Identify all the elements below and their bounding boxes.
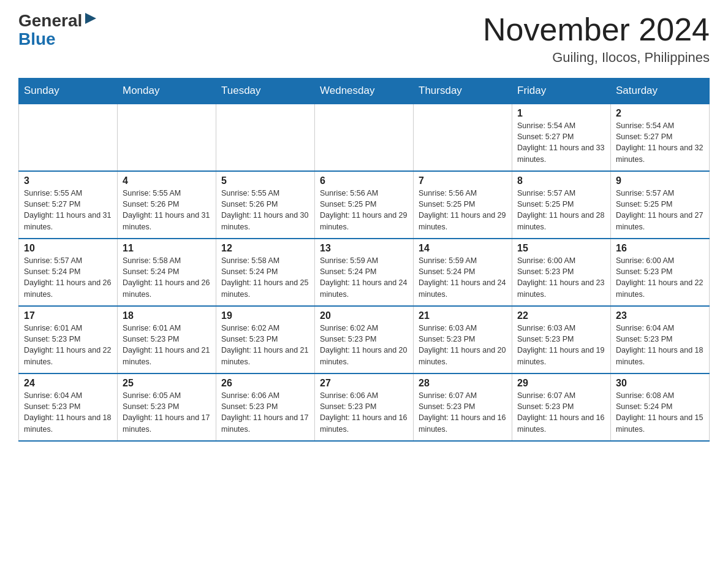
day-number: 7 <box>419 175 507 186</box>
day-info: Sunrise: 6:00 AMSunset: 5:23 PMDaylight:… <box>517 255 605 300</box>
table-row: 20Sunrise: 6:02 AMSunset: 5:23 PMDayligh… <box>315 306 414 373</box>
day-info: Sunrise: 6:04 AMSunset: 5:23 PMDaylight:… <box>616 323 704 367</box>
table-row: 14Sunrise: 5:59 AMSunset: 5:24 PMDayligh… <box>414 239 512 306</box>
day-number: 25 <box>123 378 211 389</box>
day-number: 20 <box>320 310 408 321</box>
day-number: 6 <box>320 175 408 186</box>
table-row: 11Sunrise: 5:58 AMSunset: 5:24 PMDayligh… <box>118 239 216 306</box>
calendar-table: Sunday Monday Tuesday Wednesday Thursday… <box>18 78 710 442</box>
day-number: 13 <box>320 243 408 254</box>
day-info: Sunrise: 5:54 AMSunset: 5:27 PMDaylight:… <box>616 120 704 165</box>
table-row: 26Sunrise: 6:06 AMSunset: 5:23 PMDayligh… <box>216 373 315 441</box>
day-number: 29 <box>517 378 605 389</box>
day-number: 1 <box>517 108 605 119</box>
day-number: 14 <box>419 243 507 254</box>
col-saturday: Saturday <box>611 79 710 104</box>
day-info: Sunrise: 5:59 AMSunset: 5:24 PMDaylight:… <box>419 255 507 300</box>
table-row: 27Sunrise: 6:06 AMSunset: 5:23 PMDayligh… <box>315 373 414 441</box>
logo-arrow-icon <box>84 12 97 25</box>
day-number: 16 <box>616 243 704 254</box>
table-row: 21Sunrise: 6:03 AMSunset: 5:23 PMDayligh… <box>414 306 512 373</box>
table-row: 3Sunrise: 5:55 AMSunset: 5:27 PMDaylight… <box>19 171 118 239</box>
calendar-week-row: 1Sunrise: 5:54 AMSunset: 5:27 PMDaylight… <box>19 104 710 171</box>
day-number: 12 <box>221 243 309 254</box>
day-info: Sunrise: 5:55 AMSunset: 5:26 PMDaylight:… <box>221 188 309 232</box>
table-row: 8Sunrise: 5:57 AMSunset: 5:25 PMDaylight… <box>512 171 611 239</box>
day-info: Sunrise: 5:58 AMSunset: 5:24 PMDaylight:… <box>123 255 211 300</box>
day-number: 19 <box>221 310 309 321</box>
calendar-week-row: 3Sunrise: 5:55 AMSunset: 5:27 PMDaylight… <box>19 171 710 239</box>
day-info: Sunrise: 5:58 AMSunset: 5:24 PMDaylight:… <box>221 255 309 300</box>
day-number: 5 <box>221 175 309 186</box>
table-row: 9Sunrise: 5:57 AMSunset: 5:25 PMDaylight… <box>611 171 710 239</box>
day-info: Sunrise: 6:07 AMSunset: 5:23 PMDaylight:… <box>419 390 507 435</box>
table-row: 30Sunrise: 6:08 AMSunset: 5:24 PMDayligh… <box>611 373 710 441</box>
table-row <box>118 104 216 171</box>
day-number: 23 <box>616 310 704 321</box>
day-info: Sunrise: 5:59 AMSunset: 5:24 PMDaylight:… <box>320 255 408 300</box>
day-number: 3 <box>24 175 112 186</box>
table-row: 13Sunrise: 5:59 AMSunset: 5:24 PMDayligh… <box>315 239 414 306</box>
table-row: 22Sunrise: 6:03 AMSunset: 5:23 PMDayligh… <box>512 306 611 373</box>
day-info: Sunrise: 5:57 AMSunset: 5:25 PMDaylight:… <box>616 188 704 232</box>
day-info: Sunrise: 6:08 AMSunset: 5:24 PMDaylight:… <box>616 390 704 435</box>
day-info: Sunrise: 5:56 AMSunset: 5:25 PMDaylight:… <box>419 188 507 232</box>
day-info: Sunrise: 5:56 AMSunset: 5:25 PMDaylight:… <box>320 188 408 232</box>
page-title: November 2024 <box>483 12 710 47</box>
day-number: 24 <box>24 378 112 389</box>
table-row <box>414 104 512 171</box>
table-row: 24Sunrise: 6:04 AMSunset: 5:23 PMDayligh… <box>19 373 118 441</box>
day-info: Sunrise: 6:01 AMSunset: 5:23 PMDaylight:… <box>24 323 112 367</box>
day-info: Sunrise: 5:55 AMSunset: 5:27 PMDaylight:… <box>24 188 112 232</box>
day-info: Sunrise: 6:02 AMSunset: 5:23 PMDaylight:… <box>221 323 309 367</box>
day-number: 18 <box>123 310 211 321</box>
table-row: 29Sunrise: 6:07 AMSunset: 5:23 PMDayligh… <box>512 373 611 441</box>
table-row: 19Sunrise: 6:02 AMSunset: 5:23 PMDayligh… <box>216 306 315 373</box>
table-row: 23Sunrise: 6:04 AMSunset: 5:23 PMDayligh… <box>611 306 710 373</box>
table-row: 10Sunrise: 5:57 AMSunset: 5:24 PMDayligh… <box>19 239 118 306</box>
table-row: 1Sunrise: 5:54 AMSunset: 5:27 PMDaylight… <box>512 104 611 171</box>
table-row: 12Sunrise: 5:58 AMSunset: 5:24 PMDayligh… <box>216 239 315 306</box>
col-wednesday: Wednesday <box>315 79 414 104</box>
day-info: Sunrise: 6:06 AMSunset: 5:23 PMDaylight:… <box>221 390 309 435</box>
day-info: Sunrise: 6:03 AMSunset: 5:23 PMDaylight:… <box>419 323 507 367</box>
day-info: Sunrise: 6:05 AMSunset: 5:23 PMDaylight:… <box>123 390 211 435</box>
title-section: November 2024 Guiling, Ilocos, Philippin… <box>483 12 710 66</box>
day-info: Sunrise: 6:01 AMSunset: 5:23 PMDaylight:… <box>123 323 211 367</box>
table-row: 17Sunrise: 6:01 AMSunset: 5:23 PMDayligh… <box>19 306 118 373</box>
day-number: 8 <box>517 175 605 186</box>
table-row: 2Sunrise: 5:54 AMSunset: 5:27 PMDaylight… <box>611 104 710 171</box>
col-sunday: Sunday <box>19 79 118 104</box>
table-row: 16Sunrise: 6:00 AMSunset: 5:23 PMDayligh… <box>611 239 710 306</box>
logo-general-text: General <box>18 12 82 29</box>
table-row: 6Sunrise: 5:56 AMSunset: 5:25 PMDaylight… <box>315 171 414 239</box>
day-info: Sunrise: 5:55 AMSunset: 5:26 PMDaylight:… <box>123 188 211 232</box>
calendar-week-row: 10Sunrise: 5:57 AMSunset: 5:24 PMDayligh… <box>19 239 710 306</box>
table-row <box>19 104 118 171</box>
day-number: 27 <box>320 378 408 389</box>
day-number: 21 <box>419 310 507 321</box>
table-row <box>216 104 315 171</box>
logo: General Blue <box>18 12 97 48</box>
day-number: 4 <box>123 175 211 186</box>
day-number: 26 <box>221 378 309 389</box>
col-monday: Monday <box>118 79 216 104</box>
col-friday: Friday <box>512 79 611 104</box>
day-number: 17 <box>24 310 112 321</box>
day-info: Sunrise: 6:07 AMSunset: 5:23 PMDaylight:… <box>517 390 605 435</box>
day-number: 28 <box>419 378 507 389</box>
day-number: 15 <box>517 243 605 254</box>
day-info: Sunrise: 6:02 AMSunset: 5:23 PMDaylight:… <box>320 323 408 367</box>
day-number: 30 <box>616 378 704 389</box>
calendar-week-row: 24Sunrise: 6:04 AMSunset: 5:23 PMDayligh… <box>19 373 710 441</box>
day-info: Sunrise: 5:57 AMSunset: 5:24 PMDaylight:… <box>24 255 112 300</box>
day-info: Sunrise: 5:54 AMSunset: 5:27 PMDaylight:… <box>517 120 605 165</box>
day-number: 9 <box>616 175 704 186</box>
day-info: Sunrise: 6:06 AMSunset: 5:23 PMDaylight:… <box>320 390 408 435</box>
day-info: Sunrise: 5:57 AMSunset: 5:25 PMDaylight:… <box>517 188 605 232</box>
svg-marker-0 <box>85 13 96 24</box>
page-header: General Blue November 2024 Guiling, Iloc… <box>18 12 710 66</box>
page-subtitle: Guiling, Ilocos, Philippines <box>483 50 710 66</box>
table-row: 18Sunrise: 6:01 AMSunset: 5:23 PMDayligh… <box>118 306 216 373</box>
table-row <box>315 104 414 171</box>
